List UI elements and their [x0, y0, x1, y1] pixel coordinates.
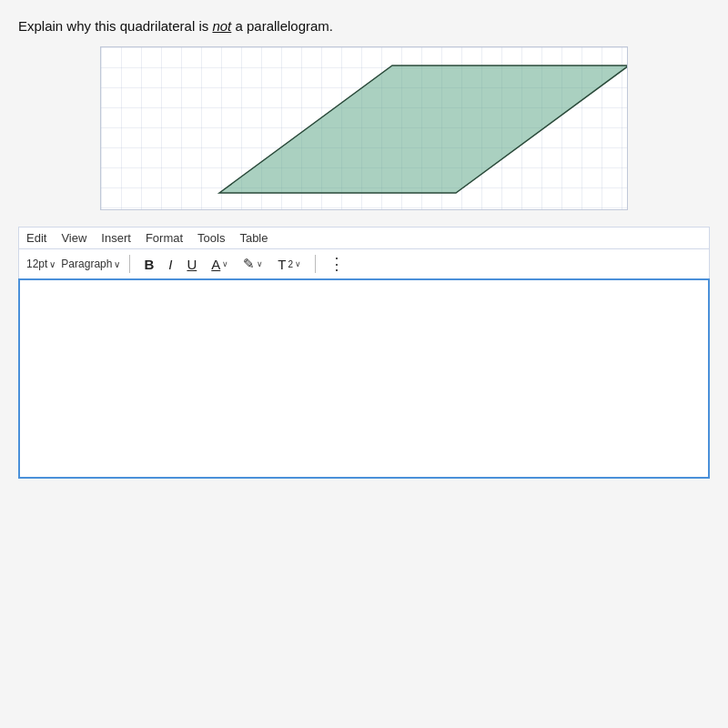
- superscript-button[interactable]: T2 ∨: [273, 255, 306, 274]
- answer-input[interactable]: [20, 280, 708, 477]
- menu-format[interactable]: Format: [146, 231, 183, 245]
- grid-background: [101, 47, 627, 209]
- menu-insert[interactable]: Insert: [101, 231, 131, 245]
- more-options-button[interactable]: ⋮: [329, 254, 345, 274]
- toolbar-divider-2: [315, 255, 316, 273]
- text-editor-container: [18, 278, 710, 479]
- menu-bar: Edit View Insert Format Tools Table: [18, 227, 710, 248]
- highlight-chevron: ∨: [257, 259, 263, 268]
- bold-button[interactable]: B: [139, 255, 158, 274]
- paragraph-selector[interactable]: Paragraph: [61, 258, 120, 270]
- italic-button[interactable]: I: [164, 255, 177, 274]
- highlight-button[interactable]: ✎ ∨: [238, 254, 268, 274]
- font-size-selector[interactable]: 12pt: [26, 258, 56, 270]
- menu-view[interactable]: View: [61, 231, 86, 245]
- superscript-chevron: ∨: [295, 259, 301, 268]
- question-text: Explain why this quadrilateral is not a …: [18, 18, 710, 34]
- menu-table[interactable]: Table: [239, 231, 268, 245]
- font-color-chevron: ∨: [222, 259, 228, 268]
- menu-tools[interactable]: Tools: [197, 231, 225, 245]
- underline-button[interactable]: U: [182, 255, 201, 274]
- formatting-bar: 12pt Paragraph B I U A ∨ ✎ ∨ T2 ∨ ⋮: [18, 248, 710, 278]
- menu-edit[interactable]: Edit: [26, 231, 46, 245]
- figure-container: [100, 46, 628, 210]
- toolbar-divider: [129, 255, 130, 273]
- font-color-button[interactable]: A ∨: [207, 255, 233, 274]
